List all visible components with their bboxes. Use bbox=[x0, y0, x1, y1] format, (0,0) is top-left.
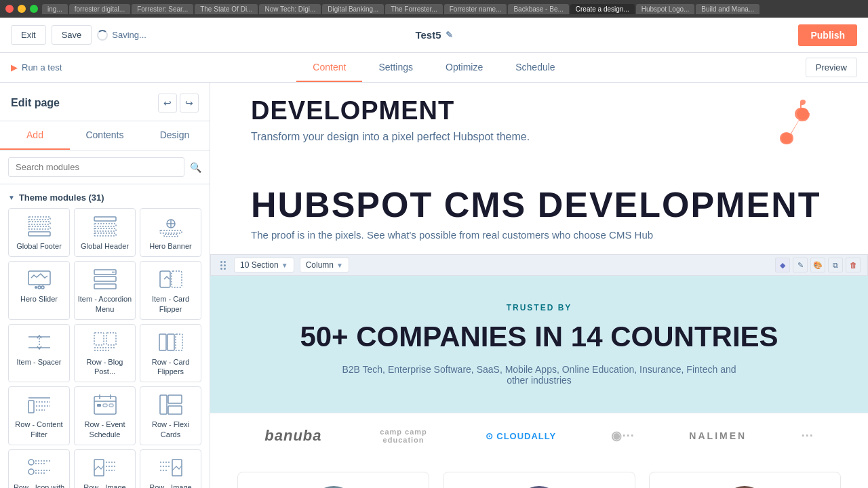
svg-rect-45 bbox=[168, 406, 182, 414]
module-blog-post[interactable]: Row - Blog Post... bbox=[74, 324, 136, 383]
module-name: Row - Blog Post... bbox=[77, 357, 132, 377]
browser-tab-9[interactable]: Backbase - Be... bbox=[508, 4, 568, 14]
card-1 bbox=[237, 472, 429, 488]
svg-point-14 bbox=[41, 286, 44, 289]
sidebar-tab-contents[interactable]: Contents bbox=[70, 121, 140, 150]
module-name: Row - Image and Text -... bbox=[143, 483, 198, 488]
sidebar-tab-add[interactable]: Add bbox=[0, 121, 70, 150]
module-spacer[interactable]: Item - Spacer bbox=[8, 324, 70, 383]
trusted-headline: 50+ COMPANIES IN 14 COUNTRIES bbox=[251, 321, 827, 353]
module-flexi-cards[interactable]: Row - Flexi Cards bbox=[140, 386, 201, 445]
module-card-flippers[interactable]: Row - Card Flippers bbox=[140, 324, 201, 383]
redo-button[interactable]: ↪ bbox=[180, 94, 199, 113]
module-name: Row - Content Filter bbox=[12, 420, 66, 439]
module-hero-slider[interactable]: Hero Slider bbox=[8, 261, 70, 320]
browser-tab-10[interactable]: Create a design... bbox=[570, 4, 635, 14]
global-header-icon bbox=[92, 214, 119, 239]
cms-section: HUBSPOT CMS DEVELOPMENT The proof is in … bbox=[210, 164, 868, 254]
module-name: Row - Event Schedule bbox=[77, 420, 132, 439]
browser-tab-8[interactable]: Forrester name... bbox=[444, 4, 507, 14]
publish-button[interactable]: Publish bbox=[798, 24, 857, 46]
svg-point-13 bbox=[38, 286, 41, 289]
tab-settings[interactable]: Settings bbox=[362, 54, 429, 82]
svg-point-61 bbox=[797, 108, 809, 120]
browser-tab-3[interactable]: Forrester: Sear... bbox=[132, 4, 193, 14]
main-layout: Edit page ↩ ↪ Add Contents Design 🔍 ▼ Th… bbox=[0, 83, 868, 488]
svg-rect-2 bbox=[28, 226, 50, 229]
style-section-button[interactable]: 🎨 bbox=[810, 258, 825, 272]
browser-tab-4[interactable]: The State Of Di... bbox=[195, 4, 258, 14]
modules-grid: Global Footer Global Header bbox=[8, 208, 201, 488]
run-test-label: Run a test bbox=[22, 62, 62, 73]
toolbar-action-buttons: ◆ ✎ 🎨 ⧉ 🗑 bbox=[775, 258, 861, 272]
browser-dot-yellow[interactable] bbox=[18, 5, 26, 13]
drag-handle[interactable] bbox=[218, 258, 229, 272]
svg-rect-28 bbox=[159, 334, 166, 350]
hubspot-logo-icon bbox=[766, 100, 827, 147]
module-image-text-2[interactable]: Row - Image and Text -... bbox=[140, 449, 201, 488]
run-test[interactable]: ▶ Run a test bbox=[11, 62, 62, 73]
card-flippers-icon bbox=[157, 330, 184, 354]
svg-rect-9 bbox=[160, 230, 182, 233]
diamond-icon-button[interactable]: ◆ bbox=[775, 258, 790, 272]
module-name: Row - Icon with Text bbox=[12, 483, 66, 488]
cms-subtext: The proof is in the pixels. See what's p… bbox=[251, 229, 827, 241]
browser-tab-5[interactable]: Now Tech: Digi... bbox=[259, 4, 321, 14]
module-name: Item - Card Flipper bbox=[143, 294, 198, 314]
svg-rect-24 bbox=[94, 333, 104, 345]
module-accordion[interactable]: Item - Accordion Menu bbox=[74, 261, 136, 320]
card-2 bbox=[443, 472, 635, 488]
browser-tab-11[interactable]: Hubspot Logo... bbox=[636, 4, 695, 14]
tab-schedule[interactable]: Schedule bbox=[499, 54, 571, 82]
chevron-down-icon: ▼ bbox=[8, 194, 15, 201]
browser-tab-12[interactable]: Build and Mana... bbox=[696, 4, 760, 14]
trusted-desc: B2B Tech, Enterprise Software, SaaS, Mob… bbox=[336, 364, 743, 386]
browser-tab-7[interactable]: The Forrester... bbox=[385, 4, 442, 14]
search-icon-button[interactable]: 🔍 bbox=[190, 162, 201, 173]
svg-rect-1 bbox=[28, 222, 50, 224]
logos-strip: banuba camp camp education ⊙ CLOUDALLY ◉… bbox=[210, 413, 868, 458]
preview-button[interactable]: Preview bbox=[806, 58, 857, 77]
tab-optimize[interactable]: Optimize bbox=[429, 54, 499, 82]
browser-tab-1[interactable]: ing... bbox=[42, 4, 68, 14]
module-image-text-1[interactable]: Row - Image and Text -... bbox=[74, 449, 136, 488]
browser-tab-2[interactable]: forrester digital... bbox=[69, 4, 130, 14]
svg-rect-7 bbox=[94, 233, 116, 236]
image-text-2-icon bbox=[157, 455, 184, 480]
section-chip[interactable]: 10 Section ▼ bbox=[234, 258, 294, 272]
svg-rect-41 bbox=[103, 404, 107, 407]
svg-rect-40 bbox=[97, 404, 101, 407]
save-button[interactable]: Save bbox=[52, 25, 92, 45]
svg-rect-29 bbox=[167, 334, 174, 350]
browser-dot-red[interactable] bbox=[5, 5, 14, 13]
browser-tab-6[interactable]: Digital Banking... bbox=[322, 4, 384, 14]
module-name: Row - Image and Text -... bbox=[77, 483, 132, 488]
browser-dot-green[interactable] bbox=[30, 5, 38, 13]
hs-toolbar: Exit Save Saving... Test5 ✎ Publish bbox=[0, 18, 868, 53]
module-name: Global Footer bbox=[12, 241, 66, 251]
modules-section-label: Theme modules (31) bbox=[19, 192, 104, 203]
edit-section-button[interactable]: ✎ bbox=[793, 258, 808, 272]
module-hero-banner[interactable]: Hero Banner bbox=[140, 208, 201, 257]
undo-button[interactable]: ↩ bbox=[158, 94, 177, 113]
sidebar-tab-design[interactable]: Design bbox=[140, 121, 210, 150]
delete-section-button[interactable]: 🗑 bbox=[846, 258, 861, 272]
module-card-flipper[interactable]: Item - Card Flipper bbox=[140, 261, 201, 320]
svg-rect-4 bbox=[94, 217, 116, 221]
modules-section-header[interactable]: ▼ Theme modules (31) bbox=[8, 190, 201, 208]
module-global-header[interactable]: Global Header bbox=[74, 208, 136, 257]
tab-content[interactable]: Content bbox=[296, 54, 362, 82]
module-event-schedule[interactable]: Row - Event Schedule bbox=[74, 386, 136, 445]
edit-icon[interactable]: ✎ bbox=[446, 30, 453, 40]
module-icon-text[interactable]: Row - Icon with Text bbox=[8, 449, 70, 488]
module-content-filter[interactable]: Row - Content Filter bbox=[8, 386, 70, 445]
search-input[interactable] bbox=[8, 157, 184, 177]
duplicate-section-button[interactable]: ⧉ bbox=[828, 258, 843, 272]
module-name: Row - Card Flippers bbox=[143, 357, 198, 377]
content-area: DEVELOPMENT Transform your design into a… bbox=[210, 83, 868, 488]
column-chip[interactable]: Column ▼ bbox=[300, 258, 349, 272]
module-global-footer[interactable]: Global Footer bbox=[8, 208, 70, 257]
exit-button[interactable]: Exit bbox=[11, 25, 46, 45]
hero-heading: DEVELOPMENT bbox=[251, 96, 530, 125]
svg-point-49 bbox=[28, 469, 34, 474]
